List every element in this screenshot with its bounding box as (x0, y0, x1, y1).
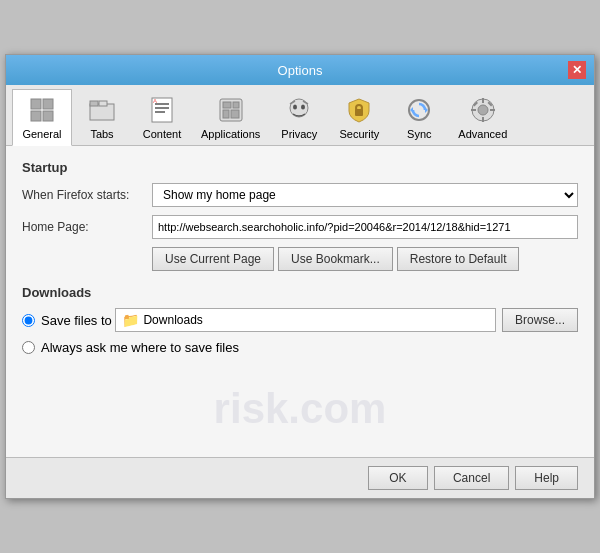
home-buttons-row: Use Current Page Use Bookmark... Restore… (152, 247, 578, 271)
tabs-icon (86, 94, 118, 126)
downloads-section: Downloads Save files to 📁 Downloads Brow… (22, 285, 578, 355)
close-button[interactable]: ✕ (568, 61, 586, 79)
downloads-path-display: 📁 Downloads (115, 308, 496, 332)
tab-security[interactable]: Security (329, 89, 389, 145)
when-firefox-starts-label: When Firefox starts: (22, 188, 152, 202)
footer: OK Cancel Help (6, 457, 594, 498)
svg-text:A: A (153, 98, 157, 104)
use-bookmark-button[interactable]: Use Bookmark... (278, 247, 393, 271)
svg-point-18 (293, 105, 297, 110)
watermark-text: risk.com (214, 385, 387, 433)
home-page-label: Home Page: (22, 220, 152, 234)
svg-rect-28 (482, 117, 484, 122)
tab-advanced[interactable]: Advanced (449, 89, 516, 145)
tab-general-label: General (22, 128, 61, 140)
svg-rect-2 (31, 111, 41, 121)
window-title: Options (32, 63, 568, 78)
tab-sync-label: Sync (407, 128, 431, 140)
use-current-page-button[interactable]: Use Current Page (152, 247, 274, 271)
help-button[interactable]: Help (515, 466, 578, 490)
security-icon (343, 94, 375, 126)
applications-icon (215, 94, 247, 126)
cancel-button[interactable]: Cancel (434, 466, 509, 490)
tab-applications[interactable]: Applications (192, 89, 269, 145)
downloads-section-label: Downloads (22, 285, 578, 300)
svg-rect-30 (490, 109, 495, 111)
tab-advanced-label: Advanced (458, 128, 507, 140)
restore-to-default-button[interactable]: Restore to Default (397, 247, 520, 271)
svg-rect-5 (90, 101, 98, 106)
sync-icon (403, 94, 435, 126)
svg-rect-29 (471, 109, 476, 111)
always-ask-row: Always ask me where to save files (22, 340, 578, 355)
svg-rect-0 (31, 99, 41, 109)
svg-rect-16 (231, 110, 239, 118)
svg-marker-24 (410, 107, 413, 113)
svg-point-19 (301, 105, 305, 110)
title-bar: Options ✕ (6, 55, 594, 85)
options-window: Options ✕ General (5, 54, 595, 499)
tab-applications-label: Applications (201, 128, 260, 140)
home-page-input[interactable] (152, 215, 578, 239)
svg-rect-3 (43, 111, 53, 121)
svg-rect-14 (233, 102, 239, 108)
save-files-label: Save files to (41, 313, 112, 328)
folder-icon: 📁 (122, 312, 139, 328)
content-icon: A (146, 94, 178, 126)
svg-point-26 (478, 105, 488, 115)
general-icon (26, 94, 58, 126)
startup-row: When Firefox starts: Show my home page S… (22, 183, 578, 207)
tab-tabs-label: Tabs (90, 128, 113, 140)
startup-section-label: Startup (22, 160, 578, 175)
svg-rect-15 (223, 110, 229, 118)
tab-privacy[interactable]: Privacy (269, 89, 329, 145)
tab-sync[interactable]: Sync (389, 89, 449, 145)
tab-general[interactable]: General (12, 89, 72, 146)
browse-button[interactable]: Browse... (502, 308, 578, 332)
ok-button[interactable]: OK (368, 466, 428, 490)
tab-security-label: Security (339, 128, 379, 140)
content-area: Startup When Firefox starts: Show my hom… (6, 146, 594, 457)
home-page-row: Home Page: (22, 215, 578, 239)
svg-rect-27 (482, 98, 484, 103)
advanced-icon (467, 94, 499, 126)
svg-rect-6 (99, 101, 107, 106)
tab-tabs[interactable]: Tabs (72, 89, 132, 145)
watermark-area: risk.com (22, 363, 578, 443)
startup-select[interactable]: Show my home page Show a blank page Show… (152, 183, 578, 207)
toolbar: General Tabs A Co (6, 85, 594, 146)
save-files-radio[interactable] (22, 314, 35, 327)
svg-rect-13 (223, 102, 231, 108)
tab-content[interactable]: A Content (132, 89, 192, 145)
always-ask-radio[interactable] (22, 341, 35, 354)
save-files-row: Save files to 📁 Downloads Browse... (22, 308, 578, 332)
downloads-path-value: Downloads (143, 313, 202, 327)
tab-content-label: Content (143, 128, 182, 140)
privacy-icon (283, 94, 315, 126)
svg-rect-1 (43, 99, 53, 109)
tab-privacy-label: Privacy (281, 128, 317, 140)
always-ask-label: Always ask me where to save files (41, 340, 239, 355)
svg-marker-23 (425, 107, 428, 113)
